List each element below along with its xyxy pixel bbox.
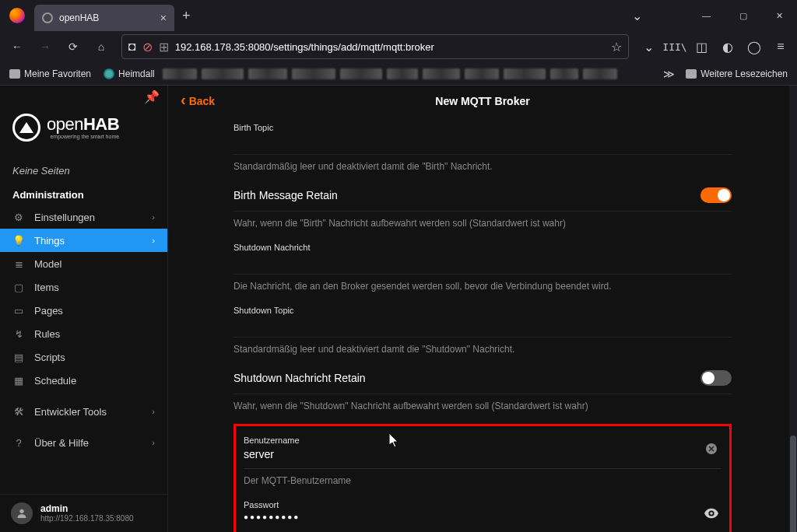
field-help: Das MQTT-Passwort — [244, 529, 722, 532]
content-scroll[interactable]: Birth Topic Standardmäßig leer und deakt… — [168, 117, 797, 532]
field-shutdown-msg[interactable]: Shutdown Nachricht — [233, 236, 732, 275]
sidebar-item-rules[interactable]: ↯ Rules — [0, 322, 167, 345]
topbar: Back New MQTT Broker — [168, 86, 797, 117]
toggle-shutdown-retain[interactable] — [700, 370, 732, 386]
sidebar-item-pages[interactable]: ▭ Pages — [0, 299, 167, 322]
tab-close-icon[interactable]: × — [160, 12, 167, 24]
field-label: Shutdown Nachricht — [233, 243, 732, 252]
bookmark-favorites[interactable]: Meine Favoriten — [5, 66, 96, 82]
footer-username: admin — [40, 503, 134, 514]
window-minimize-button[interactable]: ― — [689, 3, 724, 28]
tab-favicon-icon — [42, 12, 53, 23]
bookmark-star-icon[interactable]: ☆ — [611, 40, 622, 54]
tabs-overflow-icon[interactable]: ⌄ — [632, 9, 642, 23]
folder-icon — [686, 69, 697, 79]
pocket-icon[interactable]: ⌄ — [637, 35, 660, 58]
scrollbar-thumb[interactable] — [790, 436, 796, 532]
calendar-icon: ▦ — [12, 374, 25, 387]
clipboard-icon: ▢ — [12, 281, 25, 293]
extension-icon[interactable]: ◐ — [716, 35, 739, 58]
main-panel: Back New MQTT Broker Birth Topic Standar… — [168, 86, 797, 532]
window-close-button[interactable]: ✕ — [762, 3, 797, 28]
logo[interactable]: openHAB empowering the smart home — [0, 107, 167, 157]
wrench-icon: 🛠 — [12, 405, 25, 418]
tab-title: openHAB — [59, 12, 154, 23]
sidebar-icon[interactable]: ◫ — [690, 35, 713, 58]
nav-back-button[interactable]: ← — [5, 34, 30, 59]
window-maximize-button[interactable]: ▢ — [725, 3, 760, 28]
sidebar-item-schedule[interactable]: ▦ Schedule — [0, 369, 167, 392]
clear-icon[interactable] — [704, 442, 718, 456]
sidebar-item-settings[interactable]: ⚙ Einstellungen › — [0, 205, 167, 229]
field-help: Wahr, wenn die "Shutdown" Nachricht aufb… — [233, 394, 732, 419]
chevron-right-icon: › — [152, 407, 155, 416]
bookmark-other[interactable]: Weitere Lesezeichen — [681, 66, 792, 82]
toggle-birth-retain[interactable] — [700, 187, 732, 203]
script-icon: ▤ — [12, 351, 25, 363]
back-button[interactable]: Back — [181, 95, 215, 107]
footer-url: http://192.168.178.35:8080 — [40, 514, 134, 523]
field-birth-retain: Birth Message Retain — [233, 180, 732, 212]
list-icon: ≣ — [12, 257, 25, 270]
menu-icon[interactable]: ≡ — [769, 35, 792, 58]
bulb-icon: 💡 — [12, 234, 25, 247]
field-birth-topic[interactable]: Birth Topic — [233, 117, 732, 155]
sidebar-item-model[interactable]: ≣ Model — [0, 252, 167, 275]
nav-home-button[interactable]: ⌂ — [89, 34, 114, 59]
no-pages-label: Keine Seiten — [0, 157, 167, 181]
library-icon[interactable]: III\ — [663, 35, 686, 58]
flow-icon: ↯ — [12, 327, 25, 340]
browser-tab[interactable]: openHAB × — [34, 5, 174, 31]
nav-reload-button[interactable]: ⟳ — [61, 34, 86, 59]
sidebar-item-scripts[interactable]: ▤ Scripts — [0, 345, 167, 369]
field-help: Standardmäßig leer und deaktiviert damit… — [233, 155, 732, 180]
folder-icon — [9, 69, 20, 79]
pin-icon[interactable]: 📌 — [144, 89, 160, 104]
new-tab-button[interactable]: + — [182, 8, 191, 24]
browser-toolbar: ← → ⟳ ⌂ ◘ ⊘ ⊞ 192.168.178.35:8080/settin… — [0, 31, 797, 62]
person-icon — [16, 507, 28, 520]
bookmarks-overflow-icon[interactable]: ≫ — [663, 68, 675, 80]
field-label: Passwort — [244, 500, 722, 509]
sidebar-footer[interactable]: admin http://192.168.178.35:8080 — [0, 494, 167, 532]
shield-icon[interactable]: ◘ — [128, 40, 136, 54]
svg-point-2 — [710, 512, 713, 515]
sidebar-item-things[interactable]: 💡 Things › — [0, 229, 167, 252]
gear-icon: ⚙ — [12, 211, 25, 223]
field-label: Benutzername — [244, 436, 722, 445]
bookmarks-bar: Meine Favoriten Heimdall ≫ Weitere Lesez… — [0, 62, 797, 86]
window-icon: ▭ — [12, 304, 25, 317]
openhab-logo-icon — [12, 114, 40, 142]
heimdall-icon — [104, 68, 114, 79]
brand-tagline: empowering the smart home — [47, 134, 119, 139]
nav-forward-button[interactable]: → — [33, 34, 58, 59]
field-password[interactable]: Passwort ●●●●●●●●● — [244, 494, 722, 529]
page-title: New MQTT Broker — [435, 95, 529, 107]
svg-point-0 — [19, 509, 23, 513]
field-label: Shutdown Topic — [233, 306, 732, 315]
field-label: Birth Message Retain — [233, 189, 338, 201]
url-text: 192.168.178.35:8080/settings/things/add/… — [175, 41, 605, 53]
firefox-logo-icon — [9, 8, 25, 23]
account-icon[interactable]: ◯ — [743, 35, 766, 58]
username-input[interactable] — [244, 446, 722, 464]
eye-icon[interactable] — [704, 506, 718, 520]
bookmarks-obscured — [163, 68, 657, 79]
sidebar-item-items[interactable]: ▢ Items — [0, 275, 167, 299]
sidebar-item-devtools[interactable]: 🛠 Entwickler Tools › — [0, 400, 167, 423]
permission-icon[interactable]: ⊞ — [159, 40, 169, 54]
bookmark-heimdall[interactable]: Heimdall — [99, 66, 160, 82]
password-input[interactable]: ●●●●●●●●● — [244, 511, 722, 524]
sidebar: 📌 openHAB empowering the smart home Kein… — [0, 86, 168, 532]
scrollbar-track[interactable] — [789, 86, 797, 532]
field-username[interactable]: Benutzername — [244, 429, 722, 469]
field-help: Der MQTT-Benutzername — [244, 469, 722, 494]
sidebar-item-about[interactable]: ? Über & Hilfe › — [0, 431, 167, 454]
field-help: Standardmäßig leer und deaktiviert damit… — [233, 338, 732, 362]
field-help: Wahr, wenn die "Birth" Nachricht aufbewa… — [233, 212, 732, 236]
field-shutdown-topic[interactable]: Shutdown Topic — [233, 299, 732, 338]
url-bar[interactable]: ◘ ⊘ ⊞ 192.168.178.35:8080/settings/thing… — [121, 34, 629, 59]
brand-text: openHAB — [47, 116, 119, 133]
field-label: Shutdown Nachricht Retain — [233, 372, 366, 384]
lock-icon[interactable]: ⊘ — [142, 40, 153, 54]
